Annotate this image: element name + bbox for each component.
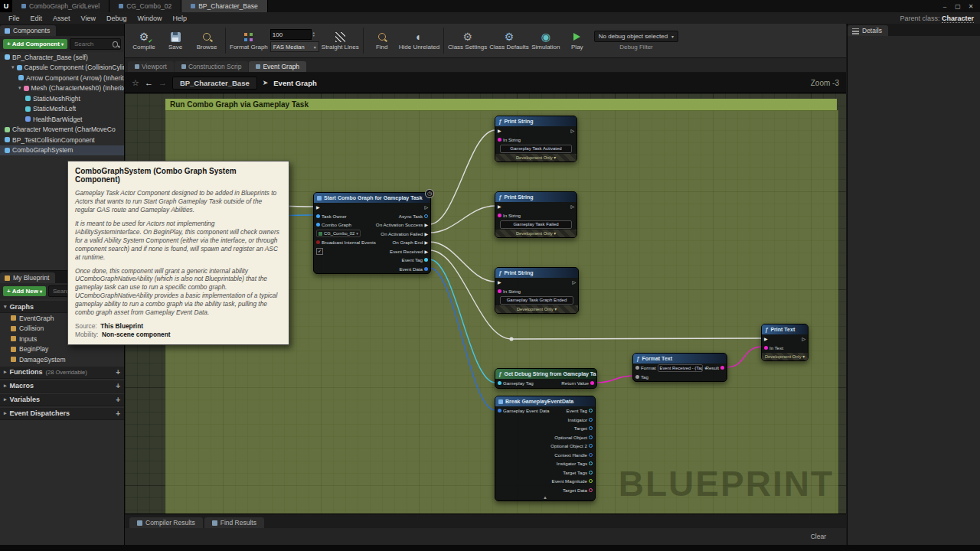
window-tab-combograph-gridlevel[interactable]: ComboGraph_GridLevel xyxy=(12,0,109,12)
component-tree-item[interactable]: HealthBarWidget xyxy=(0,114,124,125)
tab-details[interactable]: Details xyxy=(848,25,888,36)
node-pin-broadcast-internal-events[interactable]: Broadcast Internal Events xyxy=(316,240,376,245)
add-icon[interactable]: + xyxy=(116,409,120,418)
menu-window[interactable]: Window xyxy=(132,15,167,22)
menu-file[interactable]: File xyxy=(3,15,25,22)
add-icon[interactable]: + xyxy=(116,382,120,390)
node-pin-gameplay-tag[interactable]: Gameplay Tag xyxy=(498,380,534,386)
node-pin-event-magnitude[interactable]: Event Magnitude xyxy=(552,478,593,484)
menu-help[interactable]: Help xyxy=(167,15,192,22)
find-button[interactable]: Find xyxy=(368,25,397,56)
checkbox[interactable]: ✓ xyxy=(316,248,323,255)
add-icon[interactable]: + xyxy=(116,396,120,404)
node-pin-on-activation-failed[interactable]: ▶On Activation Failed xyxy=(381,231,428,236)
node-pin-in-string[interactable]: In String xyxy=(498,137,521,142)
text-field[interactable]: Event Received - {Tag} xyxy=(658,364,704,372)
section-header-variables[interactable]: ▸Variables+ xyxy=(0,394,124,406)
node-print-text[interactable]: ƒPrint Text▶▷In TextDevelopment Only ▾ xyxy=(761,324,808,361)
node-pin-event-tag[interactable]: Event Tag xyxy=(567,408,593,413)
node-pin-optional-object[interactable]: Optional Object xyxy=(554,435,593,440)
tab-find-results[interactable]: Find Results xyxy=(204,517,264,528)
tab-my-blueprint[interactable]: My Blueprint xyxy=(0,272,55,283)
string-value-field[interactable]: Gameplay Task Failed xyxy=(500,220,572,229)
straight-lines-button[interactable]: Straight Lines xyxy=(322,25,359,56)
node-get-debug-string-from-gameplay-tag[interactable]: ƒGet Debug String from Gameplay TagGamep… xyxy=(495,368,597,389)
node-pin-optional-object-2[interactable]: Optional Object 2 xyxy=(550,443,593,448)
node-pin[interactable]: ▶ xyxy=(498,204,501,209)
expand-caret-icon[interactable]: ▸ xyxy=(4,410,7,416)
hide-unrelated-button[interactable]: ◐ Hide Unrelated xyxy=(399,25,439,56)
spinner-arrows-icon[interactable]: ▲▼ xyxy=(312,31,315,37)
node-pin-format[interactable]: FormatEvent Received - {Tag}▾ xyxy=(635,364,707,372)
component-tree-item[interactable]: StaticMeshRight xyxy=(0,93,124,104)
node-pin[interactable]: ▷ xyxy=(802,336,805,341)
menu-debug[interactable]: Debug xyxy=(101,15,132,22)
node-pin-on-activation-success[interactable]: ▶On Activation Success xyxy=(376,222,428,227)
component-tree-item[interactable]: BP_Character_Base (self) xyxy=(0,52,124,63)
node-pin[interactable]: ▷ xyxy=(570,128,574,133)
expand-caret-icon[interactable]: ▸ xyxy=(4,383,7,389)
components-search[interactable] xyxy=(70,38,121,50)
expand-caret-icon[interactable]: ▾ xyxy=(18,85,21,91)
menu-edit[interactable]: Edit xyxy=(25,15,48,22)
add-component-button[interactable]: + Add Component ▾ xyxy=(3,39,67,49)
component-tree-item[interactable]: ▾Mesh (CharacterMesh0) (Inherite xyxy=(0,83,124,94)
component-tree-item[interactable]: ComboGraphSystem xyxy=(0,145,124,156)
node-pin-instigator-tags[interactable]: Instigator Tags xyxy=(557,461,593,466)
node-print-string[interactable]: ƒPrint String▶▷In StringGameplay Task Fa… xyxy=(495,191,577,238)
tab-components[interactable]: Components xyxy=(0,25,56,36)
node-pin-in-string[interactable]: In String xyxy=(498,289,521,294)
minimize-button[interactable]: – xyxy=(939,3,950,10)
class-defaults-button[interactable]: ⚙ Class Defaults xyxy=(489,25,529,56)
node-pin-tag[interactable]: Tag xyxy=(635,374,648,380)
node-pin-target-tags[interactable]: Target Tags xyxy=(563,470,593,475)
node-pin-target[interactable]: Target xyxy=(574,425,593,431)
tab-viewport[interactable]: Viewport xyxy=(128,61,174,72)
expand-caret-icon[interactable]: ▾ xyxy=(4,304,7,310)
nav-forward-button[interactable]: → xyxy=(158,78,167,87)
node-pin-task-owner[interactable]: Task Owner xyxy=(316,214,347,219)
breadcrumb-current[interactable]: Event Graph xyxy=(273,79,317,87)
component-tree-item[interactable]: Arrow Component (Arrow) (Inherit xyxy=(0,73,124,83)
node-pin[interactable]: ▷ xyxy=(572,279,576,285)
node-pin[interactable]: CG_Combo_02▾ xyxy=(316,230,361,237)
expand-caret-icon[interactable]: ▾ xyxy=(11,64,15,70)
node-pin[interactable]: ▶ xyxy=(498,279,501,285)
section-header-functions[interactable]: ▸Functions(28 Overridable)+ xyxy=(0,367,124,379)
reroute-node[interactable] xyxy=(510,337,514,341)
node-pin-async-task[interactable]: Async Task xyxy=(399,214,428,219)
node-break-gameplayeventdata[interactable]: Break GameplayEventDataGameplay Event Da… xyxy=(495,396,596,501)
node-pin-event-tag[interactable]: Event Tag xyxy=(402,257,428,262)
component-tree-item[interactable]: BP_TestCollisionComponent xyxy=(0,135,124,145)
node-pin-result[interactable]: Result xyxy=(707,365,724,370)
section-header-event-dispatchers[interactable]: ▸Event Dispatchers+ xyxy=(0,408,124,420)
node-pin[interactable]: ▶ xyxy=(764,336,768,341)
string-value-field[interactable]: Gameplay Task Activated xyxy=(500,145,572,153)
parent-class-value[interactable]: Character xyxy=(942,15,974,23)
string-value-field[interactable]: Gameplay Task Graph Ended xyxy=(500,296,573,305)
menu-view[interactable]: View xyxy=(76,15,101,22)
node-pin-combo-graph[interactable]: Combo Graph xyxy=(316,222,351,227)
node-pin-on-graph-end[interactable]: ▶On Graph End xyxy=(392,240,428,245)
expand-caret-icon[interactable]: ▸ xyxy=(4,396,7,403)
save-button[interactable]: Save xyxy=(161,25,190,56)
format-style-dropdown[interactable]: FAS Median ▾ xyxy=(270,41,319,52)
add-icon[interactable]: + xyxy=(116,368,120,377)
component-tree-item[interactable]: ▾Capsule Component (CollisionCylin xyxy=(0,63,124,73)
node-format-text[interactable]: ƒFormat TextFormatEvent Received - {Tag}… xyxy=(632,353,727,382)
node-pin[interactable]: ▷ xyxy=(424,204,428,210)
node-pin-gameplay-event-data[interactable]: Gameplay Event Data xyxy=(498,408,550,413)
simulation-button[interactable]: ◉ Simulation xyxy=(531,25,560,56)
browse-button[interactable]: Browse xyxy=(192,25,221,56)
node-pin[interactable]: ▶ xyxy=(316,204,320,210)
node-pin[interactable]: ▶ xyxy=(498,128,501,133)
component-tree-item[interactable]: Character Movement (CharMoveCo xyxy=(0,125,124,135)
node-print-string[interactable]: ƒPrint String▶▷In StringGameplay Task Ac… xyxy=(495,116,577,162)
nav-back-button[interactable]: ← xyxy=(145,78,153,87)
component-tree-item[interactable]: StaticMeshLeft xyxy=(0,104,124,115)
node-pin-return-value[interactable]: Return Value xyxy=(561,380,594,386)
node-pin[interactable]: ✓ xyxy=(316,248,323,255)
asset-dropdown[interactable]: CG_Combo_02▾ xyxy=(316,230,361,237)
clear-button[interactable]: Clear xyxy=(805,531,832,542)
play-button[interactable]: Play xyxy=(563,25,592,56)
